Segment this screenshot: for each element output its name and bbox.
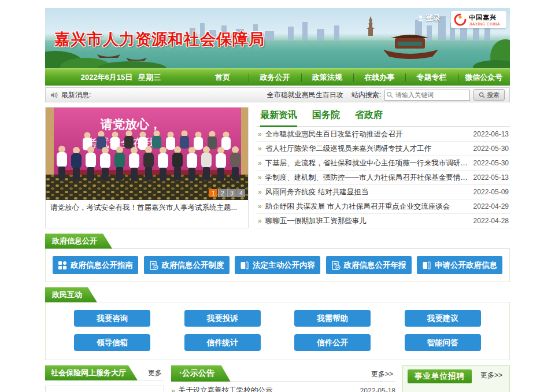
search-input[interactable] <box>384 90 470 101</box>
recruitment-panel: 事业单位招聘 更多>> 嘉兴市妇幼保健院2022年公开...2022年嘉兴市属事… <box>402 365 510 392</box>
news-item-title[interactable]: 学制度、建机制、强防控——市人力社保局召开社保基金要情专题学习会 <box>265 173 470 183</box>
pager-dot[interactable]: 1 <box>209 189 217 197</box>
news-item[interactable]: » 聊聊五一假期加班工资那些事儿 2022-04-28 <box>257 214 510 228</box>
carousel-pager: 1234 <box>209 189 245 197</box>
search-label: 站内搜索: <box>352 90 381 100</box>
interact-cell: 我需帮助 <box>278 310 388 327</box>
pager-dot[interactable]: 3 <box>227 189 236 197</box>
news-item-date: 2022-05-13 <box>473 173 509 182</box>
news-item[interactable]: » 省人社厅陈荣华二级巡视员来嘉兴调研专技人才工作 2022-05-30 <box>257 142 510 156</box>
news-item-date: 2022-05-30 <box>473 145 509 153</box>
news-item-date: 2022-05-30 <box>473 159 509 167</box>
nav-menu-item[interactable]: 微信公众号 <box>458 69 510 86</box>
social-service-item[interactable]: 个人(单位)社保证明打印 <box>45 386 164 392</box>
info-button-label: 申请公开政府信息 <box>435 260 497 271</box>
interact-button[interactable]: 我需帮助 <box>294 310 371 327</box>
pager-dot[interactable]: 2 <box>218 189 227 197</box>
recruitment-more-link[interactable]: 更多>> <box>478 371 505 382</box>
interact-button[interactable]: 我要建议 <box>405 310 481 327</box>
news-item[interactable]: » 下基层、走流程，省社保和就业中心主任项薇一行来我市调研“国统”上线情况 20… <box>257 156 510 171</box>
news-item[interactable]: » 风雨同舟齐抗疫 结对共建显担当 2022-05-09 <box>257 185 510 199</box>
double-arrow-icon: » <box>258 173 262 182</box>
social-more-link[interactable]: 更多 <box>146 368 164 380</box>
social-panel-title-tab: 社会保险网上服务大厅 <box>45 365 138 380</box>
notice-more-link[interactable]: 更多>> <box>369 369 395 381</box>
search-button-icon <box>479 92 485 98</box>
notice-item-title[interactable]: 关于设立嘉善技工学校的公示 <box>179 386 357 392</box>
nav-menu-item[interactable]: 在线办事 <box>353 69 405 86</box>
jiaxing-logo[interactable]: 中国嘉兴 JIAXING CHINA <box>451 11 506 28</box>
login-button[interactable]: 登录 <box>417 13 441 23</box>
ticker-message[interactable]: 全市稳就业惠民生百日攻 <box>267 90 343 100</box>
grid-icon <box>58 261 67 270</box>
logo-en: JIAXING CHINA <box>469 22 500 26</box>
notice-item-date: 2022-05-18 <box>360 387 395 392</box>
news-item[interactable]: » 全市稳就业惠民生百日攻坚行动推进会召开 2022-06-13 <box>257 127 510 142</box>
info-button-label: 政府信息公开指南 <box>71 260 133 271</box>
weekday-text: 星期三 <box>138 72 161 83</box>
carousel-caption[interactable]: 请党放心，考试安全有我！首届嘉兴市人事考试系统主题... <box>46 200 248 216</box>
photo-carousel: 请党放心， 考试安全在我 <box>45 107 249 228</box>
nav-menu-item[interactable]: 首页 <box>197 69 249 86</box>
group-photo-image: 请党放心， 考试安全在我 <box>46 108 248 200</box>
interact-cell: 我要建议 <box>388 310 498 327</box>
news-tab[interactable]: 最新资讯 <box>260 109 297 127</box>
interact-button[interactable]: 信件统计 <box>184 334 261 351</box>
notice-panel-title-tab: ·公示公告 <box>171 365 231 382</box>
info-system-button[interactable]: 政府信息公开制度 <box>144 256 230 274</box>
interact-cell: 信件公开 <box>278 334 388 351</box>
social-panel-header: 社会保险网上服务大厅 更多 <box>45 365 164 380</box>
carousel-photo[interactable]: 请党放心， 考试安全在我 <box>46 108 248 200</box>
header-banner: 嘉兴市人力资源和社会保障局 登录 中国嘉兴 JIAXING CHINA <box>45 8 510 68</box>
info-guide-button[interactable]: 政府信息公开指南 <box>53 256 138 274</box>
news-item-date: 2022-04-28 <box>473 217 509 225</box>
page-container: 嘉兴市人力资源和社会保障局 登录 中国嘉兴 JIAXING CHINA 2022… <box>45 8 510 392</box>
main-nav: 2022年6月15日 星期三 首页政务公开政策法规在线办事专题专栏微信公众号 <box>45 68 510 86</box>
news-item-title[interactable]: 助企纾困 共谋发展 市人力社保局召开重点企业交流座谈会 <box>265 202 470 212</box>
double-arrow-icon: » <box>258 130 262 138</box>
news-item[interactable]: » 助企纾困 共谋发展 市人力社保局召开重点企业交流座谈会 2022-04-29 <box>257 199 510 214</box>
news-tabs: 最新资讯国务院省政府 <box>257 107 510 127</box>
interact-button[interactable]: 领导信箱 <box>74 334 150 351</box>
notice-list: » 关于设立嘉善技工学校的公示 2022-05-18 » 关于公布嘉兴市人力资源… <box>171 383 395 392</box>
news-item-title[interactable]: 风雨同舟齐抗疫 结对共建显担当 <box>265 187 470 197</box>
news-item-title[interactable]: 聊聊五一假期加班工资那些事儿 <box>265 216 470 226</box>
news-tab[interactable]: 省政府 <box>355 109 383 127</box>
news-item-title[interactable]: 全市稳就业惠民生百日攻坚行动推进会召开 <box>265 130 470 139</box>
news-tab[interactable]: 国务院 <box>312 109 340 127</box>
news-list: » 全市稳就业惠民生百日攻坚行动推进会召开 2022-06-13 » 省人社厅陈… <box>257 127 510 228</box>
recruitment-title-tab: 事业单位招聘 <box>408 369 472 383</box>
interact-button[interactable]: 我要咨询 <box>74 310 150 327</box>
site-search: 站内搜索: 搜索 <box>352 89 505 101</box>
double-arrow-icon: » <box>258 202 262 210</box>
interact-button[interactable]: 我要投诉 <box>184 310 261 327</box>
double-arrow-icon: » <box>258 217 262 225</box>
nav-menu-item[interactable]: 政务公开 <box>249 69 301 86</box>
double-arrow-icon: » <box>258 159 262 167</box>
recruitment-list: 嘉兴市妇幼保健院2022年公开...2022年嘉兴市属事业单位公开...2022… <box>408 387 505 392</box>
info-content-button[interactable]: 法定主动公开内容 <box>235 256 320 274</box>
main-content-row: 请党放心， 考试安全在我 <box>45 107 510 228</box>
pager-dot[interactable]: 4 <box>236 189 245 197</box>
news-item-date: 2022-05-09 <box>473 188 509 196</box>
logo-text: 中国嘉兴 JIAXING CHINA <box>469 13 500 26</box>
nav-menu-item[interactable]: 专题专栏 <box>405 69 457 86</box>
notice-panel: ·公示公告 更多>> » 关于设立嘉善技工学校的公示 2022-05-18 » … <box>171 365 395 392</box>
photo-banner-line1: 请党放心， <box>100 117 161 131</box>
news-item-title[interactable]: 下基层、走流程，省社保和就业中心主任项薇一行来我市调研“国统”上线情况 <box>265 158 470 168</box>
interact-cell: 我要咨询 <box>57 310 168 327</box>
interact-button[interactable]: 信件公开 <box>294 334 371 351</box>
search-button[interactable]: 搜索 <box>473 89 505 101</box>
double-arrow-icon: » <box>171 387 175 392</box>
news-item[interactable]: » 学制度、建机制、强防控——市人力社保局召开社保基金要情专题学习会 2022-… <box>257 171 510 185</box>
interact-cell: 信件统计 <box>168 334 278 351</box>
nav-menu-item[interactable]: 政策法规 <box>301 69 353 86</box>
notice-item[interactable]: » 关于设立嘉善技工学校的公示 2022-05-18 <box>171 383 395 392</box>
info-annual-report-button[interactable]: 政府信息公开年报 <box>326 256 412 274</box>
gov-info-buttons: 政府信息公开指南 政府信息公开制度 法定主动公开内容 <box>45 249 510 282</box>
recruitment-item[interactable]: 嘉兴市妇幼保健院2022年公开... <box>408 387 505 392</box>
info-request-button[interactable]: 申请公开政府信息 <box>417 256 502 274</box>
interact-button[interactable]: 智能问答 <box>405 334 481 351</box>
interact-cell: 我要投诉 <box>168 310 278 327</box>
news-item-title[interactable]: 省人社厅陈荣华二级巡视员来嘉兴调研专技人才工作 <box>265 144 470 154</box>
